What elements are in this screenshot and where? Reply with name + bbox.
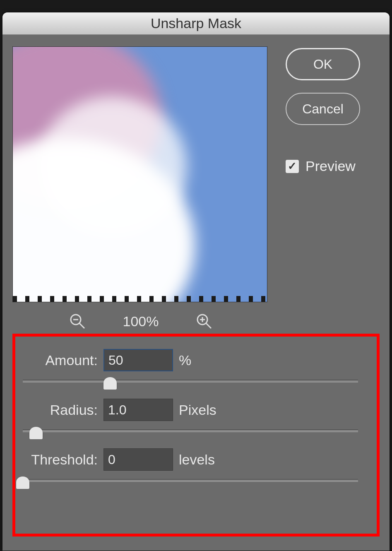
amount-row: Amount: %: [23, 349, 369, 371]
unsharp-mask-dialog: Unsharp Mask 100%: [2, 12, 390, 551]
threshold-input[interactable]: [103, 448, 173, 471]
dialog-title: Unsharp Mask: [151, 15, 241, 31]
threshold-suffix: levels: [179, 452, 215, 468]
cancel-button[interactable]: Cancel: [286, 93, 360, 125]
amount-suffix: %: [179, 352, 191, 368]
amount-label: Amount:: [23, 352, 103, 368]
threshold-slider[interactable]: [23, 479, 358, 481]
radius-row: Radius: Pixels: [23, 399, 369, 421]
ok-button[interactable]: OK: [286, 48, 360, 80]
preview-checkbox[interactable]: ✓ Preview: [286, 158, 360, 174]
preview-label: Preview: [305, 158, 356, 174]
zoom-in-icon[interactable]: [196, 313, 212, 330]
amount-input[interactable]: [103, 349, 173, 371]
zoom-out-icon[interactable]: [69, 313, 86, 330]
threshold-row: Threshold: levels: [23, 448, 369, 471]
radius-slider[interactable]: [23, 429, 358, 432]
amount-slider[interactable]: [23, 380, 358, 382]
radius-slider-thumb[interactable]: [29, 427, 43, 438]
parameters-panel: Amount: % Radius: Pixels Threshold: leve…: [12, 334, 380, 537]
radius-label: Radius:: [23, 402, 103, 418]
radius-suffix: Pixels: [179, 402, 216, 418]
svg-line-4: [206, 323, 211, 328]
threshold-slider-thumb[interactable]: [16, 476, 29, 488]
preview-image[interactable]: [12, 46, 267, 302]
checkmark-icon: ✓: [286, 160, 299, 173]
svg-line-1: [79, 323, 84, 328]
zoom-level: 100%: [123, 313, 159, 330]
amount-slider-thumb[interactable]: [103, 377, 117, 389]
radius-input[interactable]: [103, 399, 173, 421]
threshold-label: Threshold:: [23, 452, 103, 468]
dialog-titlebar[interactable]: Unsharp Mask: [2, 12, 390, 35]
